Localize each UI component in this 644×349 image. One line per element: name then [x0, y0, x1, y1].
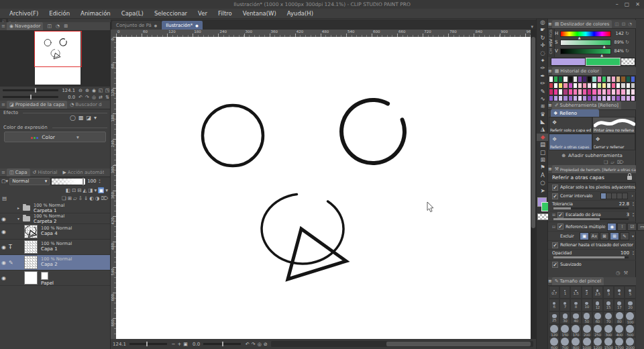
brush-size-2[interactable]: 2	[582, 286, 592, 299]
panel-menu-icon[interactable]: ≡	[0, 170, 7, 175]
brush-size-2000[interactable]: 2000	[625, 337, 635, 349]
color-history-swatch[interactable]	[568, 95, 573, 102]
zoom-in-icon[interactable]: ⊕	[85, 88, 90, 93]
color-history-swatch[interactable]	[587, 83, 592, 89]
color-history-swatch[interactable]	[597, 89, 602, 95]
mode-cm[interactable]: CM	[549, 48, 553, 54]
visibility-eye-icon[interactable]: ◉	[1, 260, 6, 266]
color-history-swatch[interactable]	[578, 95, 582, 102]
color-history-swatch[interactable]	[621, 83, 625, 89]
color-history-swatch[interactable]	[626, 83, 631, 89]
fit-window-icon[interactable]: ◳	[105, 88, 110, 93]
panel-menu-icon[interactable]: ≡	[548, 103, 552, 108]
checkbox[interactable]: ✓	[557, 212, 564, 218]
delete-subtool-icon[interactable]: ⌦	[617, 160, 624, 165]
visibility-eye-icon[interactable]: ◉	[1, 215, 6, 221]
visibility-eye-icon[interactable]: ◉	[1, 229, 6, 235]
color-history-swatch[interactable]	[578, 76, 582, 83]
brush-size-15[interactable]: 15	[603, 299, 614, 311]
color-history-swatch[interactable]	[597, 76, 602, 83]
color-history-swatch[interactable]	[558, 76, 563, 83]
subtool-referir-solo-a-capa-editada[interactable]: ❖Referir solo a capa editada	[549, 117, 592, 134]
tab-propiedad-de-la-capa[interactable]: ◪ Propiedad de la capa	[7, 101, 67, 109]
rotate-left-icon[interactable]: ↶	[78, 95, 83, 100]
color-history-swatch[interactable]	[573, 95, 578, 102]
color-history-swatch[interactable]	[563, 83, 568, 89]
marker-tool[interactable]: ✎	[537, 88, 549, 95]
color-history-swatch[interactable]	[582, 95, 587, 102]
rotate-left-icon[interactable]: ↶	[244, 342, 250, 347]
color-set-tab-icon[interactable]: ⊡	[622, 21, 626, 27]
zoom-100-icon[interactable]: ◉	[91, 88, 97, 93]
exclude-pen-icon[interactable]: ✎	[620, 232, 629, 240]
info-tab-icon[interactable]: ◔	[56, 23, 60, 29]
layer-list-menu-icon[interactable]: ▤	[2, 195, 7, 201]
doc-tab-overflow-icon[interactable]: ▾	[531, 24, 536, 30]
menu-archivo[interactable]: Archivo(F)	[4, 9, 44, 19]
hand-tool[interactable]: ☛	[537, 26, 549, 34]
gradient-tool[interactable]: ▤	[537, 141, 549, 148]
color-history-swatch[interactable]	[582, 89, 587, 95]
hue-stepper[interactable]: ↻	[624, 31, 631, 36]
checkbox[interactable]: ✓	[552, 185, 558, 191]
exclude-image-icon[interactable]: ▣	[580, 232, 589, 240]
navigator-zoom-slider[interactable]	[3, 89, 58, 91]
brush-size-1000[interactable]: 1000	[582, 337, 592, 349]
ref-folder-icon[interactable]: ▭	[637, 223, 644, 231]
color-history-swatch[interactable]	[592, 89, 596, 95]
layer-row-carpeta-2[interactable]: ◉▾100 % NormalCarpeta 2	[0, 213, 110, 224]
brush-size-60[interactable]: 60	[592, 311, 603, 324]
fit-screen-icon[interactable]: ◱	[98, 88, 103, 93]
mode-rgb[interactable]: RGB	[549, 30, 553, 38]
color-history-swatch[interactable]	[611, 95, 616, 102]
menu-capa[interactable]: Capa(L)	[116, 9, 149, 19]
brush-tool[interactable]: ∿	[537, 95, 549, 103]
figure-tool[interactable]: □	[537, 149, 549, 156]
tp-tolerancia-slider[interactable]	[553, 207, 629, 209]
subview-tab-icon[interactable]: ◫	[47, 23, 52, 29]
menu-seleccionar[interactable]: Seleccionar	[149, 9, 193, 19]
advanced-settings-icon[interactable]: ⚒	[624, 270, 629, 276]
blend-mode-select[interactable]: Normal ▾	[9, 178, 50, 185]
vertical-scrollbar-thumb[interactable]	[531, 37, 535, 228]
tab-historial[interactable]: ↺ Historial	[30, 168, 60, 177]
lasso-select-tool[interactable]: ◌	[537, 50, 549, 57]
brush-size-30[interactable]: 30	[559, 311, 570, 324]
ref-all-layers-icon[interactable]: ◉	[607, 223, 616, 231]
color-history-swatch[interactable]	[573, 76, 578, 83]
brush-size-80[interactable]: 80	[614, 311, 625, 324]
color-history-swatch[interactable]	[606, 95, 611, 102]
navigator-view-frame[interactable]	[34, 31, 82, 67]
subtool-folder-icon[interactable]: ▱	[610, 160, 614, 165]
color-history-swatch[interactable]	[602, 76, 606, 83]
brush-size-3[interactable]: 3	[603, 286, 614, 299]
tp-tolerancia-stepper[interactable]: ▴▾	[633, 201, 634, 207]
color-history-swatch[interactable]	[597, 95, 602, 102]
color-history-swatch[interactable]	[587, 95, 592, 102]
brush-size-5[interactable]: 5	[625, 286, 635, 299]
color-history-swatch[interactable]	[578, 89, 582, 95]
color-history-swatch[interactable]	[602, 95, 606, 102]
hue-slider[interactable]: ▲	[560, 31, 611, 37]
color-history-swatch[interactable]	[616, 76, 621, 83]
new-raster-layer-icon[interactable]: ❏	[62, 195, 66, 201]
value-slider[interactable]: ▲	[560, 48, 611, 54]
tab-tamano-del-pincel[interactable]: ✎ Tamaño del pincel	[552, 277, 604, 285]
pen-tool[interactable]: ✒	[537, 72, 549, 80]
lock-transparency-icon[interactable]: ⊟	[77, 187, 81, 193]
color-wheel-tab-icon[interactable]: ◫	[614, 21, 619, 27]
color-history-swatch[interactable]	[568, 89, 573, 95]
brush-size-1200[interactable]: 1200	[592, 337, 603, 349]
saturation-stepper[interactable]: ↻	[624, 40, 631, 45]
add-subtool-button[interactable]: ⊕ Añadir subherramienta	[549, 151, 635, 160]
brush-size-40[interactable]: 40	[570, 311, 581, 324]
expander-icon[interactable]: ⊞	[552, 212, 555, 217]
lock-layer-icon[interactable]: ⊡	[72, 187, 76, 193]
brush-size-4[interactable]: 4	[614, 286, 625, 299]
color-history-swatch[interactable]	[568, 76, 573, 83]
visibility-eye-icon[interactable]: ◉	[1, 275, 6, 281]
zoom-in-icon[interactable]: +	[176, 342, 182, 347]
brush-size-120[interactable]: 120	[549, 324, 559, 337]
color-history-swatch[interactable]	[616, 95, 621, 102]
color-history-swatch[interactable]	[573, 83, 578, 89]
